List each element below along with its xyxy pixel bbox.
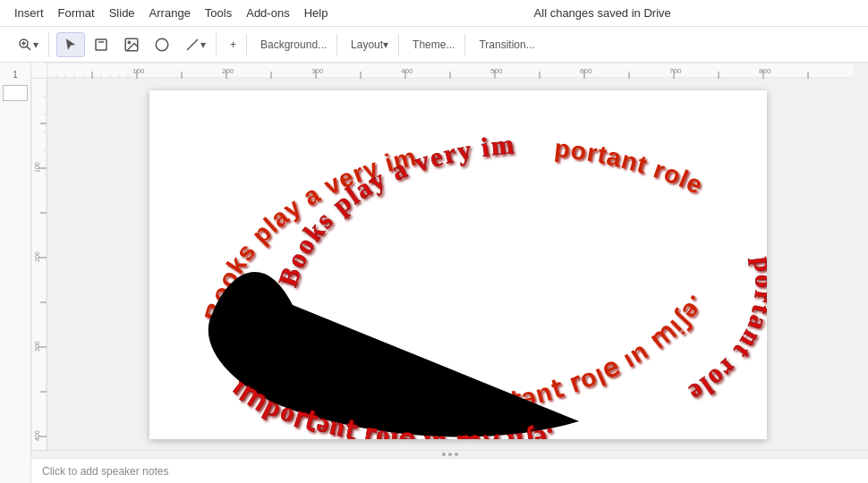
curved-text-overlay: Books play a very im portant role .eʃil … xyxy=(149,90,767,439)
layout-label: Layout xyxy=(351,38,383,51)
main-area: 1 // ticks inline via SVG path xyxy=(0,63,868,483)
background-label: Background... xyxy=(260,38,327,51)
image-tool[interactable] xyxy=(117,32,146,57)
save-status: All changes saved in Drive xyxy=(344,6,861,20)
svg-text:300: 300 xyxy=(311,67,324,75)
theme-group: Theme... xyxy=(403,34,465,55)
editor-area: // ticks inline via SVG path xyxy=(31,63,868,483)
svg-text:400: 400 xyxy=(34,430,40,441)
theme-button[interactable]: Theme... xyxy=(406,34,461,55)
plus-icon: + xyxy=(230,38,236,51)
svg-point-7 xyxy=(128,41,130,43)
ruler-horizontal: // ticks inline via SVG path xyxy=(47,63,868,79)
zoom-arrow: ▾ xyxy=(33,38,38,51)
menu-insert[interactable]: Insert xyxy=(7,3,51,23)
svg-rect-4 xyxy=(96,39,106,50)
menu-help[interactable]: Help xyxy=(297,3,336,23)
svg-text:Books play a very im: Books play a very im xyxy=(272,128,516,289)
speaker-notes[interactable]: Click to add speaker notes xyxy=(31,458,868,483)
layout-group: Layout ▾ xyxy=(341,34,399,55)
background-button[interactable]: Background... xyxy=(254,34,333,55)
menu-tools[interactable]: Tools xyxy=(198,3,239,23)
toolbar: ▾ xyxy=(0,27,868,63)
menu-addons[interactable]: Add-ons xyxy=(239,3,296,23)
slide-thumbnail[interactable] xyxy=(3,85,28,101)
insert-button[interactable]: + xyxy=(224,34,243,55)
svg-line-9 xyxy=(187,39,198,50)
line-arrow: ▾ xyxy=(200,38,206,51)
svg-text:300: 300 xyxy=(34,341,40,352)
layout-arrow: ▾ xyxy=(383,38,388,51)
svg-text:500: 500 xyxy=(490,67,503,75)
select-group: ▾ xyxy=(53,32,217,57)
zoom-group: ▾ xyxy=(7,32,49,57)
menu-format[interactable]: Format xyxy=(51,3,102,23)
svg-text:100: 100 xyxy=(34,162,40,173)
transition-button[interactable]: Transition... xyxy=(472,34,540,55)
background-group: Background... xyxy=(251,34,337,55)
svg-point-8 xyxy=(156,38,168,51)
svg-rect-46 xyxy=(31,79,47,450)
theme-label: Theme... xyxy=(413,38,455,51)
ruler-corner xyxy=(31,63,47,79)
speaker-notes-placeholder: Click to add speaker notes xyxy=(42,465,168,478)
insert-group: + xyxy=(220,34,247,55)
select-tool[interactable] xyxy=(56,32,85,57)
slide-number: 1 xyxy=(2,66,29,83)
transition-label: Transition... xyxy=(479,38,534,51)
line-tool[interactable]: ▾ xyxy=(178,32,212,57)
notes-resize-handle[interactable] xyxy=(31,450,868,458)
menu-arrange[interactable]: Arrange xyxy=(142,3,198,23)
zoom-button[interactable]: ▾ xyxy=(11,32,45,57)
svg-text:700: 700 xyxy=(669,67,682,75)
layout-button[interactable]: Layout ▾ xyxy=(345,34,395,55)
transition-group: Transition... xyxy=(469,34,544,55)
ruler-vertical: 100 200 300 400 xyxy=(31,79,47,450)
menu-slide[interactable]: Slide xyxy=(102,3,142,23)
slide-canvas[interactable]: Books play a very im portant role .eʃiɯ … xyxy=(149,90,767,439)
svg-text:200: 200 xyxy=(34,251,40,262)
slide-canvas-wrapper: Books play a very im portant role .eʃiɯ … xyxy=(47,79,868,450)
menu-bar: Insert Format Slide Arrange Tools Add-on… xyxy=(0,0,868,27)
svg-text:200: 200 xyxy=(222,67,234,75)
svg-text:portant role: portant role xyxy=(683,254,767,409)
svg-text:600: 600 xyxy=(580,67,592,75)
svg-text:100: 100 xyxy=(132,67,145,75)
shape-tool[interactable] xyxy=(148,32,176,57)
svg-text:400: 400 xyxy=(401,67,413,75)
svg-text:800: 800 xyxy=(759,67,771,75)
slide-panel: 1 xyxy=(0,63,31,483)
svg-line-1 xyxy=(27,46,30,49)
text-tool[interactable] xyxy=(87,32,115,57)
